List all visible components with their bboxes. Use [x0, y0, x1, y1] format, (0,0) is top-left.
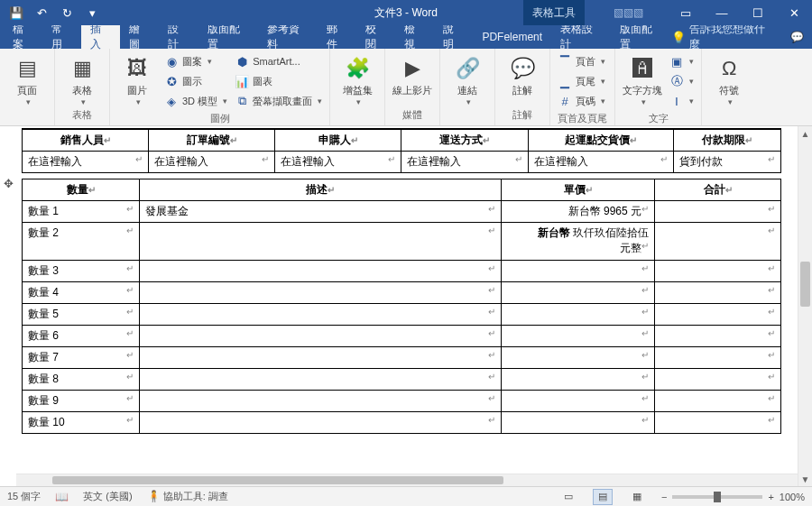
- scroll-down-icon[interactable]: ▼: [798, 472, 812, 486]
- spell-check-icon[interactable]: 📖: [55, 491, 69, 503]
- smartart-button[interactable]: ⬢SmartArt...: [235, 52, 322, 70]
- tab-references[interactable]: 參考資料: [258, 25, 318, 49]
- accessibility[interactable]: 🧍 協助工具: 調查: [147, 490, 228, 503]
- tab-insert[interactable]: 插入: [81, 25, 120, 49]
- zoom-out-button[interactable]: −: [661, 492, 667, 502]
- tab-table-design[interactable]: 表格設計: [551, 25, 611, 49]
- table-row[interactable]: 數量 6↵↵↵↵: [23, 326, 781, 347]
- wordart-button[interactable]: Ⓐ▾: [669, 72, 694, 90]
- horizontal-scrollbar[interactable]: [16, 474, 798, 486]
- table-cell[interactable]: 數量 5↵: [23, 304, 140, 326]
- table-cell[interactable]: ↵: [655, 223, 781, 261]
- pages-button[interactable]: ▤頁面▾: [7, 52, 47, 106]
- tab-file[interactable]: 檔案: [4, 25, 42, 49]
- table-cell[interactable]: 數量 7↵: [23, 347, 140, 369]
- tab-pdfelement[interactable]: PDFelement: [473, 25, 551, 49]
- redo-button[interactable]: ↻: [56, 2, 78, 23]
- links-button[interactable]: 🔗連結▾: [448, 52, 487, 106]
- close-button[interactable]: ✕: [776, 0, 812, 25]
- table-cell[interactable]: 數量 1↵: [23, 201, 140, 223]
- table-cell[interactable]: ↵: [655, 261, 781, 282]
- ribbon-options-button[interactable]: ▭: [668, 0, 704, 25]
- shapes-button[interactable]: ◉圖案▾: [164, 52, 227, 70]
- table-row[interactable]: 數量 5↵↵↵↵: [23, 304, 781, 326]
- table-cell[interactable]: 數量 9↵: [23, 391, 140, 412]
- cell-sales[interactable]: 在這裡輸入↵: [23, 152, 149, 173]
- zoom-in-button[interactable]: +: [768, 492, 773, 502]
- table-cell[interactable]: 數量 10↵: [23, 412, 140, 434]
- table-cell[interactable]: ↵: [502, 304, 655, 326]
- tab-layout[interactable]: 版面配置: [198, 25, 258, 49]
- tell-me[interactable]: 💡告訴我您想做什麼: [671, 25, 783, 49]
- items-table[interactable]: 數量↵ 描述↵ 單價↵ 合計↵ 數量 1↵發展基金↵新台幣 9965 元↵↵數量…: [22, 179, 781, 434]
- table-cell[interactable]: ↵: [502, 282, 655, 304]
- table-cell[interactable]: 數量 8↵: [23, 369, 140, 391]
- chart-button[interactable]: 📊圖表: [235, 72, 322, 90]
- textbox-button[interactable]: 🅰文字方塊▾: [623, 52, 662, 106]
- account-area[interactable]: ▧▧▧: [614, 0, 643, 25]
- table-row[interactable]: 數量 10↵↵↵↵: [23, 412, 781, 434]
- language[interactable]: 英文 (美國): [83, 490, 132, 503]
- qat-customize-button[interactable]: ▾: [81, 2, 103, 23]
- web-layout-button[interactable]: ▦: [627, 489, 647, 505]
- table-row[interactable]: 數量 7↵↵↵↵: [23, 347, 781, 369]
- table-cell[interactable]: 發展基金↵: [140, 201, 502, 223]
- table-cell[interactable]: ↵: [140, 326, 502, 347]
- footer-button[interactable]: ▁頁尾▾: [558, 72, 605, 90]
- table-cell[interactable]: ↵: [655, 282, 781, 304]
- table-cell[interactable]: ↵: [655, 201, 781, 223]
- table-cell[interactable]: 數量 6↵: [23, 326, 140, 347]
- table-row[interactable]: 數量 9↵↵↵↵: [23, 391, 781, 412]
- tab-home[interactable]: 常用: [42, 25, 81, 49]
- undo-button[interactable]: ↶: [31, 2, 52, 23]
- tab-review[interactable]: 校閱: [356, 25, 395, 49]
- zoom-knob[interactable]: [714, 492, 721, 502]
- tab-mailings[interactable]: 郵件: [318, 25, 356, 49]
- table-cell[interactable]: 數量 3↵: [23, 261, 140, 282]
- table-cell[interactable]: 數量 4↵: [23, 282, 140, 304]
- table-cell[interactable]: ↵: [140, 282, 502, 304]
- tab-draw[interactable]: 繪圖: [120, 25, 159, 49]
- table-cell[interactable]: ↵: [140, 391, 502, 412]
- pictures-button[interactable]: 🖼圖片▾: [117, 52, 157, 106]
- table-move-handle-icon[interactable]: ✥: [4, 177, 14, 190]
- table-cell[interactable]: ↵: [140, 304, 502, 326]
- table-cell[interactable]: ↵: [140, 369, 502, 391]
- table-cell[interactable]: ↵: [502, 412, 655, 434]
- table-cell[interactable]: ↵: [502, 326, 655, 347]
- cell-order[interactable]: 在這裡輸入↵: [149, 152, 275, 173]
- online-video-button[interactable]: ▶線上影片: [392, 52, 432, 96]
- screenshot-button[interactable]: ⧉螢幕擷取畫面▾: [235, 92, 322, 110]
- addins-button[interactable]: 🧩增益集▾: [337, 52, 377, 106]
- dropcap-button[interactable]: Ⅰ▾: [669, 92, 694, 110]
- tab-view[interactable]: 檢視: [395, 25, 434, 49]
- table-cell[interactable]: 數量 2↵: [23, 223, 140, 261]
- scroll-thumb[interactable]: [800, 262, 810, 307]
- table-cell[interactable]: 新台幣 玖仟玖佰陸拾伍元整↵: [502, 223, 655, 261]
- zoom-track[interactable]: [672, 495, 762, 499]
- header-button[interactable]: ▔頁首▾: [558, 52, 605, 70]
- table-cell[interactable]: ↵: [502, 261, 655, 282]
- table-cell[interactable]: ↵: [655, 369, 781, 391]
- tab-design[interactable]: 設計: [159, 25, 198, 49]
- table-cell[interactable]: ↵: [655, 391, 781, 412]
- cell-fob[interactable]: 在這裡輸入↵: [528, 152, 673, 173]
- order-header-table[interactable]: 銷售人員↵ 訂單編號↵ 申購人↵ 運送方式↵ 起運點交貨價↵ 付款期限↵ 在這裡…: [22, 128, 781, 173]
- table-cell[interactable]: ↵: [655, 347, 781, 369]
- zoom-slider[interactable]: − + 100%: [661, 492, 805, 502]
- zoom-level[interactable]: 100%: [780, 492, 805, 502]
- table-cell[interactable]: ↵: [502, 347, 655, 369]
- cell-due[interactable]: 貨到付款↵: [673, 152, 780, 173]
- table-cell[interactable]: ↵: [140, 412, 502, 434]
- table-cell[interactable]: ↵: [655, 304, 781, 326]
- table-cell[interactable]: ↵: [140, 261, 502, 282]
- table-row[interactable]: 數量 2↵↵新台幣 玖仟玖佰陸拾伍元整↵↵: [23, 223, 781, 261]
- table-cell[interactable]: 新台幣 9965 元↵: [502, 201, 655, 223]
- table-row[interactable]: 數量 8↵↵↵↵: [23, 369, 781, 391]
- word-count[interactable]: 15 個字: [7, 490, 41, 503]
- symbols-button[interactable]: Ω符號▾: [709, 52, 749, 106]
- vertical-scrollbar[interactable]: ▲ ▼: [798, 126, 812, 486]
- icons-button[interactable]: ✪圖示: [164, 72, 227, 90]
- table-cell[interactable]: ↵: [502, 369, 655, 391]
- table-cell[interactable]: ↵: [140, 347, 502, 369]
